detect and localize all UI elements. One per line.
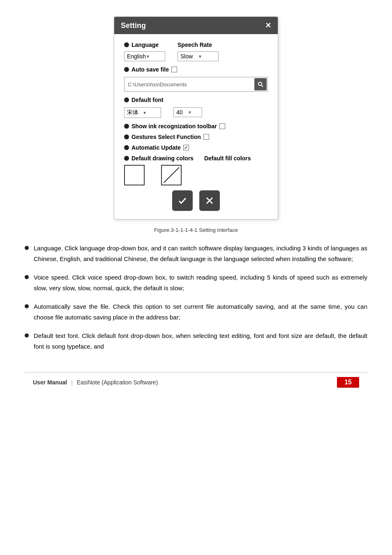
font-size-select[interactable]: 40 ▼ bbox=[173, 107, 202, 117]
footer-text: User Manual | EasiNote (Application Soft… bbox=[33, 379, 158, 386]
font-select[interactable]: 宋体 ▼ bbox=[124, 107, 161, 118]
fill-color-box[interactable] bbox=[161, 165, 182, 185]
svg-line-1 bbox=[261, 85, 263, 87]
bullet-dot-2 bbox=[25, 275, 29, 279]
list-item: Automatically save the file. Check this … bbox=[25, 301, 367, 322]
language-speech-row: Language English ▼ Speech Rate Slow ▼ bbox=[124, 42, 268, 61]
fill-color-col bbox=[161, 165, 182, 185]
default-font-label-row: Default font bbox=[124, 97, 268, 103]
language-select[interactable]: English ▼ bbox=[124, 51, 165, 61]
figure-caption: Figure.3-1-1-1-4-1 Setting Interface bbox=[154, 227, 238, 233]
font-select-row: 宋体 ▼ 40 ▼ bbox=[124, 107, 268, 118]
drawing-color-box[interactable] bbox=[124, 165, 145, 185]
language-dropdown-arrow: ▼ bbox=[146, 54, 162, 59]
speech-rate-dropdown-arrow: ▼ bbox=[198, 54, 216, 59]
language-group: Language English ▼ bbox=[124, 42, 165, 61]
cancel-button[interactable] bbox=[199, 190, 220, 211]
speech-rate-label: Speech Rate bbox=[178, 42, 219, 48]
page-number: 15 bbox=[337, 377, 359, 388]
speech-rate-select[interactable]: Slow ▼ bbox=[178, 51, 219, 61]
svg-point-0 bbox=[258, 82, 262, 86]
language-label: Language bbox=[124, 42, 165, 48]
dialog-title-bar: Setting ✕ bbox=[114, 17, 278, 34]
colors-label-row: Default drawing colors Default fill colo… bbox=[124, 155, 268, 162]
gestures-row: Gestures Select Function bbox=[124, 134, 268, 140]
automatic-update-row: Automatic Update ✓ bbox=[124, 144, 268, 151]
action-buttons bbox=[124, 190, 268, 211]
auto-save-row: Auto save file bbox=[124, 66, 268, 73]
automatic-update-bullet bbox=[124, 145, 129, 150]
auto-save-bullet bbox=[124, 67, 129, 72]
close-button[interactable]: ✕ bbox=[265, 21, 271, 30]
list-item: Voice speed. Click voice speed drop-down… bbox=[25, 272, 367, 293]
dialog-title: Setting bbox=[121, 21, 146, 30]
colors-bullet bbox=[124, 156, 129, 161]
font-size-dropdown-arrow: ▼ bbox=[188, 110, 199, 115]
speech-rate-group: Speech Rate Slow ▼ bbox=[178, 42, 219, 61]
automatic-update-checkbox[interactable]: ✓ bbox=[183, 145, 189, 150]
path-text[interactable]: C:\Users\hxs\Documents bbox=[125, 79, 254, 90]
list-item: Language. Click language drop-down box, … bbox=[25, 243, 367, 264]
ok-button[interactable] bbox=[172, 190, 193, 211]
bullet-list: Language. Click language drop-down box, … bbox=[25, 243, 367, 360]
bullet-dot-3 bbox=[25, 304, 29, 308]
colors-section bbox=[124, 165, 268, 185]
show-ink-checkbox[interactable] bbox=[219, 123, 225, 129]
list-item: Default text font. Click default font dr… bbox=[25, 331, 367, 352]
page-footer: User Manual | EasiNote (Application Soft… bbox=[25, 372, 367, 392]
show-ink-row: Show ink recognization toolbar bbox=[124, 123, 268, 130]
drawing-color-col bbox=[124, 165, 145, 185]
language-bullet bbox=[124, 42, 129, 47]
gestures-checkbox[interactable] bbox=[203, 134, 209, 140]
gestures-bullet bbox=[124, 134, 129, 139]
dialog-body: Language English ▼ Speech Rate Slow ▼ bbox=[114, 34, 278, 219]
default-font-bullet bbox=[124, 97, 129, 102]
bullet-dot-1 bbox=[25, 246, 29, 250]
setting-dialog: Setting ✕ Language English ▼ bbox=[114, 16, 278, 220]
font-dropdown-arrow: ▼ bbox=[143, 111, 158, 115]
path-input-row: C:\Users\hxs\Documents bbox=[124, 77, 268, 92]
bullet-dot-4 bbox=[25, 333, 29, 338]
auto-save-checkbox[interactable] bbox=[171, 67, 177, 72]
search-path-button[interactable] bbox=[254, 78, 267, 90]
show-ink-bullet bbox=[124, 124, 129, 129]
